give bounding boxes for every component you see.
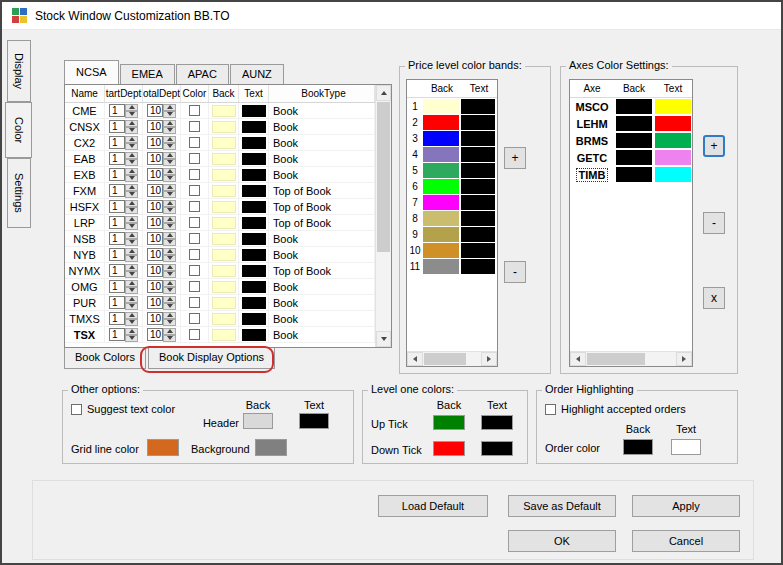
price-band-row[interactable]: 7 [407,194,497,210]
band-text-swatch[interactable] [461,227,495,242]
spin-up-button[interactable] [125,328,138,335]
spin-down-button[interactable] [163,159,176,166]
book-table-row[interactable]: OMG 1 10 Book [65,279,391,295]
band-text-swatch[interactable] [461,195,495,210]
total-depth-spinner[interactable]: 10 [143,231,181,246]
start-depth-spinner[interactable]: 1 [105,215,143,230]
back-color-swatch[interactable] [212,313,236,325]
total-depth-spinner[interactable]: 10 [143,135,181,150]
total-depth-spinner[interactable]: 10 [143,295,181,310]
total-depth-spinner[interactable]: 10 [143,311,181,326]
band-text-swatch[interactable] [461,211,495,226]
spin-up-button[interactable] [163,152,176,159]
total-depth-spinner[interactable]: 10 [143,263,181,278]
total-depth-spinner[interactable]: 10 [143,279,181,294]
spin-up-button[interactable] [125,264,138,271]
text-color-swatch[interactable] [242,121,266,133]
scroll-right-button[interactable] [676,352,692,366]
band-back-swatch[interactable] [423,211,459,226]
book-table-row[interactable]: NYMX 1 10 Top of Book [65,263,391,279]
total-depth-spinner[interactable]: 10 [143,183,181,198]
color-checkbox[interactable] [189,281,200,292]
title-bar[interactable]: Stock Window Customization BB.TO [2,2,781,30]
book-table-row[interactable]: CNSX 1 10 Book [65,119,391,135]
total-depth-spinner[interactable]: 10 [143,327,181,342]
back-color-swatch[interactable] [212,281,236,293]
spin-down-button[interactable] [163,255,176,262]
book-type-value[interactable]: Book [269,151,375,166]
book-table-row[interactable]: EXB 1 10 Book [65,167,391,183]
color-checkbox[interactable] [189,313,200,324]
back-color-swatch[interactable] [212,201,236,213]
total-depth-value[interactable]: 10 [147,152,163,165]
book-type-value[interactable]: Book [269,247,375,262]
start-depth-value[interactable]: 1 [109,168,125,181]
spin-down-button[interactable] [163,303,176,310]
price-horizontal-scrollbar[interactable] [407,351,497,366]
suggest-text-color-checkbox[interactable] [71,404,82,415]
scroll-down-button[interactable] [376,331,391,347]
scroll-thumb[interactable] [587,353,645,365]
start-depth-spinner[interactable]: 1 [105,311,143,326]
spin-down-button[interactable] [125,319,138,326]
band-text-swatch[interactable] [461,163,495,178]
grid-line-color-swatch[interactable] [147,439,179,456]
spin-down-button[interactable] [163,223,176,230]
save-as-default-button[interactable]: Save as Default [508,495,616,517]
spin-up-button[interactable] [163,248,176,255]
total-depth-value[interactable]: 10 [147,104,163,117]
vertical-scrollbar[interactable] [375,85,391,347]
column-header-start-depth[interactable]: tartDept [105,85,143,102]
spin-up-button[interactable] [163,120,176,127]
book-type-value[interactable]: Top of Book [269,263,375,278]
text-color-swatch[interactable] [242,169,266,181]
band-back-swatch[interactable] [423,163,459,178]
book-type-value[interactable]: Book [269,231,375,246]
spin-up-button[interactable] [163,184,176,191]
start-depth-spinner[interactable]: 1 [105,167,143,182]
start-depth-value[interactable]: 1 [109,232,125,245]
spin-up-button[interactable] [125,248,138,255]
tab-ncsa[interactable]: NCSA [64,60,119,84]
text-color-swatch[interactable] [242,105,266,117]
spin-down-button[interactable] [125,143,138,150]
price-band-row[interactable]: 1 [407,98,497,114]
book-type-value[interactable]: Top of Book [269,183,375,198]
back-color-swatch[interactable] [212,265,236,277]
start-depth-value[interactable]: 1 [109,152,125,165]
book-table-row[interactable]: PUR 1 10 Book [65,295,391,311]
column-header-total-depth[interactable]: otalDept [143,85,181,102]
start-depth-value[interactable]: 1 [109,136,125,149]
scroll-thumb[interactable] [424,353,466,365]
text-color-swatch[interactable] [242,137,266,149]
start-depth-value[interactable]: 1 [109,216,125,229]
column-header-text[interactable]: Text [239,85,269,102]
book-type-value[interactable]: Book [269,279,375,294]
book-table-row[interactable]: TSX 1 10 Book [65,327,391,343]
down-tick-text-swatch[interactable] [481,441,513,456]
order-text-swatch[interactable] [671,439,701,455]
ok-button[interactable]: OK [508,530,616,552]
text-color-swatch[interactable] [242,249,266,261]
start-depth-spinner[interactable]: 1 [105,295,143,310]
color-checkbox[interactable] [189,265,200,276]
book-table-row[interactable]: NYB 1 10 Book [65,247,391,263]
color-checkbox[interactable] [189,153,200,164]
price-band-row[interactable]: 2 [407,114,497,130]
start-depth-spinner[interactable]: 1 [105,135,143,150]
start-depth-spinner[interactable]: 1 [105,263,143,278]
start-depth-spinner[interactable]: 1 [105,183,143,198]
book-type-value[interactable]: Book [269,167,375,182]
column-header-back[interactable]: Back [209,85,239,102]
spin-down-button[interactable] [125,175,138,182]
tab-book-display-options[interactable]: Book Display Options [148,348,275,369]
spin-up-button[interactable] [125,280,138,287]
cancel-button[interactable]: Cancel [632,530,740,552]
book-type-value[interactable]: Book [269,295,375,310]
tab-aunz[interactable]: AUNZ [230,64,284,84]
spin-down-button[interactable] [125,159,138,166]
load-default-button[interactable]: Load Default [378,495,488,517]
axe-back-swatch[interactable] [616,99,652,114]
axes-table-row[interactable]: GETC [570,149,692,166]
spin-down-button[interactable] [163,111,176,118]
